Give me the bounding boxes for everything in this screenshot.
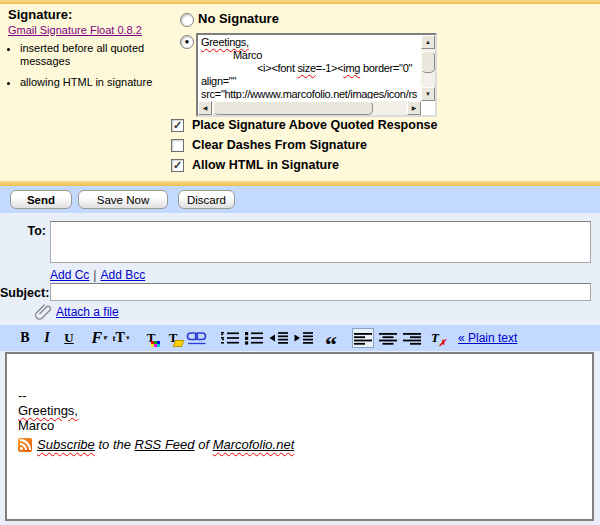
discard-button[interactable]: Discard [178,190,235,209]
attach-file-link[interactable]: Attach a file [56,305,119,319]
top-gold-divider [0,0,600,4]
underline-icon[interactable]: U [60,328,78,348]
signature-title: Signature: [8,7,72,22]
place-signature-checkbox[interactable]: ✓ [171,119,184,132]
remove-formatting-icon[interactable]: T ✗ [426,328,444,348]
chevron-down-icon: ▾ [126,334,130,342]
clear-dashes-checkbox[interactable] [171,139,184,152]
align-center-icon[interactable] [378,328,398,348]
custom-signature-radio[interactable]: ● [180,35,194,49]
outdent-icon[interactable] [268,328,289,348]
check-mark: ✓ [173,120,182,131]
highlighter-pen [173,340,184,347]
no-signature-radio[interactable] [180,13,194,27]
signature-settings-panel: Signature: Gmail Signature Float 0.8.2 i… [0,0,600,186]
feature-bullet: inserted before all quoted messages [20,42,170,68]
place-signature-label: Place Signature Above Quoted Response [192,118,437,132]
italic-icon[interactable]: I [38,328,56,348]
horizontal-scrollbar[interactable]: ◀ ▶ [198,101,421,115]
highlight-color-icon[interactable]: T [164,328,182,348]
plain-text-link[interactable]: « Plain text [458,331,517,345]
bullet-list-icon[interactable] [244,328,264,348]
font-menu-icon[interactable]: F ▾ [90,328,108,348]
formatting-toolbar: B I U F ▾ t T ▾ T T [0,325,600,351]
bold-icon[interactable]: B [16,328,34,348]
scroll-right-icon[interactable]: ▶ [407,101,421,115]
attach-row: Attach a file [35,303,119,320]
paperclip-icon [35,303,52,320]
code-line: src="http://wwww.marcofolio.net/images/i… [201,88,419,99]
scroll-left-icon[interactable]: ◀ [198,101,212,115]
text-color-icon[interactable]: T [142,328,160,348]
clear-dashes-label: Clear Dashes From Signature [192,138,367,152]
allow-html-label: Allow HTML in Signature [192,158,339,172]
rss-signature-text: Subscribe to the RSS Feed of Marcofolio.… [37,437,294,452]
scroll-down-icon[interactable]: ▼ [421,87,435,101]
code-line: Greetings, [201,36,419,49]
red-x-mark: ✗ [438,338,446,348]
feature-bullet-list: inserted before all quoted messages allo… [20,42,170,97]
code-line: <i><font size=-1><img border="0" [201,62,419,75]
insert-link-icon[interactable] [186,328,208,348]
body-greeting: Greetings, [18,403,592,418]
numbered-list-icon[interactable] [220,328,240,348]
chevron-down-icon: ▾ [103,334,107,342]
code-line: align="" [201,75,419,88]
no-signature-label: No Signature [198,11,279,26]
horizontal-scroll-thumb[interactable] [213,101,373,115]
rss-signature-row: Subscribe to the RSS Feed of Marcofolio.… [18,437,592,452]
allow-html-checkbox[interactable]: ✓ [171,159,184,172]
font-size-menu-icon[interactable]: t T ▾ [112,328,130,348]
feature-bullet: allowing HTML in signature [20,76,170,89]
blockquote-icon[interactable]: “ [322,322,340,354]
signature-delimiter: -- [18,388,592,403]
subject-input[interactable] [50,283,591,301]
body-name: Marco [18,418,592,433]
cc-bcc-row: Add Cc|Add Bcc [50,268,145,282]
rss-feed-icon [18,438,32,452]
radio-mark: ● [185,38,190,46]
align-left-icon[interactable] [352,328,374,348]
vertical-scroll-thumb[interactable] [421,51,435,73]
subject-label: Subject: [0,286,46,300]
to-label: To: [0,224,46,238]
scroll-up-icon[interactable]: ▲ [421,35,435,49]
add-bcc-link[interactable]: Add Bcc [100,268,145,282]
compose-header-pane: To: Add Cc|Add Bcc Subject: Attach a fil… [0,213,600,325]
plugin-version-link[interactable]: Gmail Signature Float 0.8.2 [8,24,142,36]
compose-action-bar: Send Save Now Discard [0,186,600,213]
gmail-signature-compose-window: Signature: Gmail Signature Float 0.8.2 i… [0,0,600,525]
vertical-scrollbar[interactable]: ▲ ▼ [421,35,435,101]
save-now-button[interactable]: Save Now [78,190,168,209]
align-right-icon[interactable] [402,328,422,348]
indent-icon[interactable] [293,328,314,348]
send-button[interactable]: Send [10,190,72,209]
check-mark: ✓ [173,160,182,171]
message-body-editor[interactable]: -- Greetings, Marco Subscribe to the RSS… [5,352,594,521]
color-grid [151,341,160,347]
signature-code-content: Greetings, Marco <i><font size=-1><img b… [201,36,419,99]
add-cc-link[interactable]: Add Cc [50,268,89,282]
to-input[interactable] [50,221,591,263]
link-separator: | [93,268,96,282]
code-line: Marco [201,49,419,62]
signature-code-textarea[interactable]: Greetings, Marco <i><font size=-1><img b… [196,33,437,117]
